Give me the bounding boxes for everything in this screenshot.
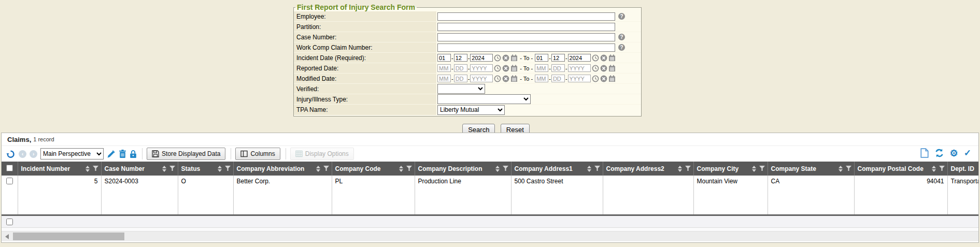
injury-type-select[interactable] — [437, 94, 531, 104]
sort-icon[interactable] — [162, 166, 166, 172]
col-company-abbreviation[interactable]: Company Abbreviation — [233, 162, 332, 176]
clear-date-icon[interactable] — [600, 75, 607, 82]
modified-from-mm[interactable] — [437, 75, 451, 82]
case-number-input[interactable] — [437, 33, 615, 41]
clock-icon[interactable] — [494, 75, 501, 82]
filter-icon[interactable] — [225, 166, 231, 171]
clock-icon[interactable] — [592, 75, 599, 82]
incident-from-yyyy[interactable] — [470, 54, 493, 62]
sort-icon[interactable] — [932, 166, 936, 172]
col-company-description[interactable]: Company Description — [415, 162, 511, 176]
col-incident-number[interactable]: Incident Number — [18, 162, 101, 176]
clock-icon[interactable] — [592, 65, 599, 72]
reported-from-yyyy[interactable] — [470, 64, 493, 72]
store-displayed-data-button[interactable]: Store Displayed Data — [147, 148, 225, 160]
incident-to-dd[interactable] — [551, 54, 565, 62]
sort-icon[interactable] — [839, 166, 843, 172]
clock-icon[interactable] — [494, 54, 501, 62]
incident-to-yyyy[interactable] — [568, 54, 591, 62]
filter-icon[interactable] — [685, 166, 691, 171]
sort-icon[interactable] — [316, 166, 320, 172]
employee-input[interactable] — [437, 12, 615, 21]
reported-from-mm[interactable] — [437, 64, 451, 72]
row-checkbox[interactable] — [6, 178, 13, 184]
calendar-icon[interactable] — [608, 75, 616, 82]
sort-icon[interactable] — [752, 166, 756, 172]
calendar-icon[interactable] — [608, 54, 616, 62]
reported-from-dd[interactable] — [454, 64, 467, 72]
tpa-name-select[interactable]: Liberty Mutual — [437, 105, 505, 115]
edit-perspective-icon[interactable] — [107, 150, 116, 158]
col-company-postal-code[interactable]: Company Postal Code — [854, 162, 947, 176]
col-case-number[interactable]: Case Number — [101, 162, 178, 176]
modified-to-dd[interactable] — [551, 75, 565, 82]
clear-date-icon[interactable] — [600, 65, 607, 72]
modified-from-yyyy[interactable] — [470, 75, 493, 82]
next-perspective-icon[interactable]: › — [30, 150, 37, 158]
modified-to-mm[interactable] — [535, 75, 548, 82]
scroll-left-arrow-icon[interactable] — [5, 234, 9, 239]
lock-perspective-icon[interactable] — [130, 150, 137, 158]
filter-icon[interactable] — [503, 166, 508, 171]
scrollbar-thumb[interactable] — [13, 233, 124, 240]
filter-icon[interactable] — [846, 166, 851, 171]
filter-icon[interactable] — [594, 166, 600, 171]
perspective-select[interactable]: Main Perspective — [40, 148, 104, 159]
sort-icon[interactable] — [495, 166, 500, 172]
col-company-address1[interactable]: Company Address1 — [511, 162, 603, 176]
clear-date-icon[interactable] — [502, 65, 509, 72]
sort-icon[interactable] — [86, 166, 90, 172]
columns-button[interactable]: Columns — [235, 148, 280, 160]
col-company-address2[interactable]: Company Address2 — [603, 162, 693, 176]
modified-to-yyyy[interactable] — [568, 75, 591, 82]
sort-icon[interactable] — [587, 166, 591, 172]
reported-to-mm[interactable] — [535, 64, 548, 72]
incident-from-dd[interactable] — [454, 54, 467, 62]
select-all-checkbox[interactable] — [6, 165, 13, 171]
filter-icon[interactable] — [759, 166, 765, 171]
col-company-code[interactable]: Company Code — [332, 162, 415, 176]
col-dept-id[interactable]: Dept. ID — [947, 162, 978, 176]
partition-input[interactable] — [437, 23, 615, 31]
filter-icon[interactable] — [406, 166, 412, 171]
horizontal-scrollbar[interactable] — [2, 231, 978, 241]
clear-date-icon[interactable] — [502, 75, 509, 82]
col-status[interactable]: Status — [178, 162, 233, 176]
clock-icon[interactable] — [494, 65, 501, 72]
clear-date-icon[interactable] — [502, 54, 509, 62]
undo-icon[interactable] — [6, 149, 16, 159]
help-icon[interactable]: ? — [618, 13, 625, 20]
col-company-city[interactable]: Company City — [693, 162, 768, 176]
filter-icon[interactable] — [323, 166, 329, 171]
table-row[interactable]: 5 S2024-0003 O Better Corp. PL Productio… — [2, 176, 978, 214]
clear-date-icon[interactable] — [600, 54, 607, 62]
incident-from-mm[interactable] — [437, 54, 451, 62]
filter-icon[interactable] — [169, 166, 175, 171]
calendar-icon[interactable] — [608, 65, 616, 72]
clock-icon[interactable] — [592, 54, 599, 62]
footer-checkbox[interactable] — [6, 219, 13, 225]
calendar-icon[interactable] — [510, 65, 518, 72]
sort-icon[interactable] — [218, 166, 222, 172]
prev-perspective-icon[interactable]: ‹ — [19, 150, 26, 158]
sort-icon[interactable] — [678, 166, 682, 172]
help-icon[interactable]: ? — [618, 34, 625, 40]
help-icon[interactable]: ? — [618, 44, 625, 51]
reported-to-dd[interactable] — [551, 64, 565, 72]
settings-gear-icon[interactable]: ⚙ — [950, 149, 958, 158]
refresh-icon[interactable] — [934, 148, 944, 158]
reported-to-yyyy[interactable] — [568, 64, 591, 72]
delete-perspective-icon[interactable] — [119, 150, 126, 158]
modified-from-dd[interactable] — [454, 75, 467, 82]
incident-to-mm[interactable] — [535, 54, 548, 62]
work-comp-input[interactable] — [437, 43, 615, 52]
calendar-icon[interactable] — [510, 75, 518, 82]
filter-icon[interactable] — [939, 166, 945, 171]
col-company-state[interactable]: Company State — [768, 162, 854, 176]
verified-select[interactable] — [437, 84, 485, 94]
calendar-icon[interactable] — [510, 54, 518, 62]
apply-check-icon[interactable]: ✓ — [964, 149, 971, 158]
filter-icon[interactable] — [93, 166, 98, 171]
sort-icon[interactable] — [399, 166, 403, 172]
new-document-icon[interactable] — [920, 148, 929, 158]
